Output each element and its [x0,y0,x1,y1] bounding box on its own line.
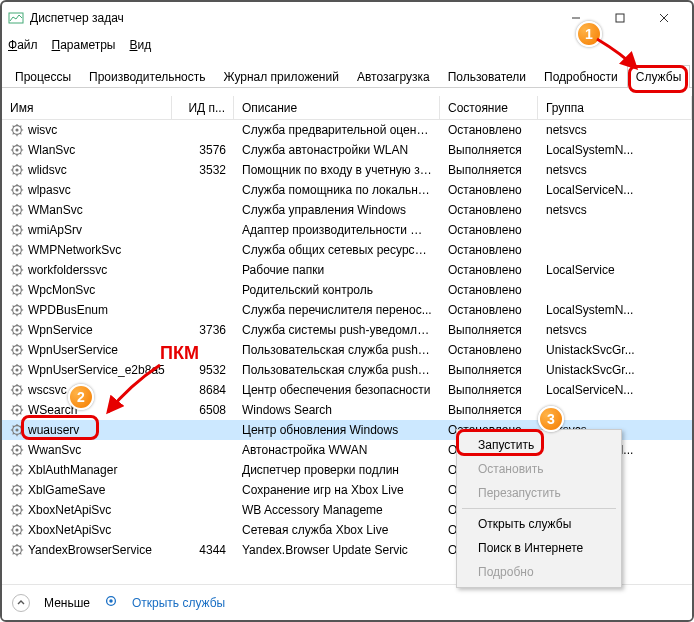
svg-point-186 [15,488,18,491]
svg-line-63 [13,233,14,234]
table-row[interactable]: workfolderssvcРабочие папкиОстановленоLo… [2,260,692,280]
table-row[interactable]: WpnUserService_e2b8a59532Пользовательска… [2,360,692,380]
table-row[interactable]: WpcMonSvcРодительский контрольОстановлен… [2,280,692,300]
context-details: Подробно [460,560,618,584]
col-group[interactable]: Группа [538,96,692,119]
table-row[interactable]: WManSvcСлужба управления WindowsОстановл… [2,200,692,220]
tab-3[interactable]: Автозагрузка [348,65,439,88]
svg-line-153 [13,413,14,414]
table-row[interactable]: wscsvc8684Центр обеспечения безопасности… [2,380,692,400]
svg-line-114 [20,326,21,327]
service-name: WPDBusEnum [28,303,108,317]
context-search[interactable]: Поиск в Интернете [460,536,618,560]
service-group: netsvcs [538,203,692,217]
svg-point-136 [15,388,18,391]
svg-point-76 [15,268,18,271]
svg-line-91 [13,286,14,287]
svg-point-176 [15,468,18,471]
table-row[interactable]: wlpasvcСлужба помощника по локально...Ос… [2,180,692,200]
col-pid[interactable]: ИД п... [172,96,234,119]
svg-line-214 [20,526,21,527]
svg-line-43 [13,193,14,194]
svg-point-26 [15,168,18,171]
menu-params[interactable]: Параметры [52,38,116,52]
service-status: Выполняется [440,383,538,397]
svg-point-166 [15,448,18,451]
svg-line-104 [20,306,21,307]
menu-file[interactable]: Файл [8,38,38,52]
table-row[interactable]: wlidsvc3532Помощник по входу в учетную з… [2,160,692,180]
service-pid: 3532 [172,163,234,177]
col-desc[interactable]: Описание [234,96,440,119]
svg-line-64 [20,226,21,227]
service-status: Остановлено [440,183,538,197]
tab-4[interactable]: Пользователи [439,65,535,88]
tab-6[interactable]: Службы [627,65,690,88]
svg-line-182 [20,473,21,474]
service-status: Остановлено [440,283,538,297]
gear-icon [10,143,24,157]
svg-line-194 [20,486,21,487]
gear-icon [10,443,24,457]
service-status: Остановлено [440,223,538,237]
svg-line-163 [13,433,14,434]
service-desc: WB Accessory Manageme [234,503,440,517]
table-row[interactable]: WpnUserServiceПользовательская служба pu… [2,340,692,360]
context-open-services[interactable]: Открыть службы [460,512,618,536]
service-desc: Центр обновления Windows [234,423,440,437]
service-group: UnistackSvcGr... [538,363,692,377]
svg-line-84 [20,266,21,267]
svg-line-203 [13,513,14,514]
table-row[interactable]: wisvcСлужба предварительной оценки ...Ос… [2,120,692,140]
less-label[interactable]: Меньше [44,596,90,610]
service-status: Выполняется [440,323,538,337]
table-row[interactable]: wmiApSrvАдаптер производительности WMIОс… [2,220,692,240]
service-desc: Адаптер производительности WMI [234,223,440,237]
menu-view[interactable]: Вид [129,38,151,52]
service-name: WpcMonSvc [28,283,95,297]
service-status: Выполняется [440,363,538,377]
open-services-link[interactable]: Открыть службы [132,596,225,610]
tab-5[interactable]: Подробности [535,65,627,88]
svg-line-201 [13,506,14,507]
context-start[interactable]: Запустить [460,433,618,457]
col-status[interactable]: Состояние [440,96,538,119]
table-row[interactable]: WPDBusEnumСлужба перечислителя перенос..… [2,300,692,320]
gear-icon [10,343,24,357]
service-status: Остановлено [440,123,538,137]
svg-line-12 [20,133,21,134]
table-row[interactable]: WMPNetworkSvcСлужба общих сетевых ресурс… [2,240,692,260]
gear-icon [10,423,24,437]
svg-point-16 [15,148,18,151]
collapse-button[interactable] [12,594,30,612]
svg-line-141 [13,386,14,387]
maximize-button[interactable] [598,3,642,33]
table-row[interactable]: WpnService3736Служба системы push-уведом… [2,320,692,340]
service-desc: Диспетчер проверки подлин [234,463,440,477]
minimize-button[interactable] [554,3,598,33]
svg-line-123 [13,353,14,354]
context-restart: Перезапустить [460,481,618,505]
svg-point-96 [15,308,18,311]
gear-icon [10,183,24,197]
svg-line-111 [13,326,14,327]
tab-2[interactable]: Журнал приложений [215,65,348,88]
service-pid: 8684 [172,383,234,397]
svg-line-61 [13,226,14,227]
tab-0[interactable]: Процессы [6,65,80,88]
service-status: Остановлено [440,203,538,217]
gear-icon [10,483,24,497]
gear-icon [10,543,24,557]
service-desc: Сетевая служба Xbox Live [234,523,440,537]
service-desc: Служба автонастройки WLAN [234,143,440,157]
service-group: LocalSystemN... [538,143,692,157]
col-name[interactable]: Имя [2,96,172,119]
service-status: Остановлено [440,263,538,277]
close-button[interactable] [642,3,686,33]
table-row[interactable]: WlanSvc3576Служба автонастройки WLANВыпо… [2,140,692,160]
service-name: XboxNetApiSvc [28,523,111,537]
service-name: WlanSvc [28,143,75,157]
table-row[interactable]: WSearch6508Windows SearchВыполняется [2,400,692,420]
svg-line-132 [20,373,21,374]
tab-1[interactable]: Производительность [80,65,214,88]
